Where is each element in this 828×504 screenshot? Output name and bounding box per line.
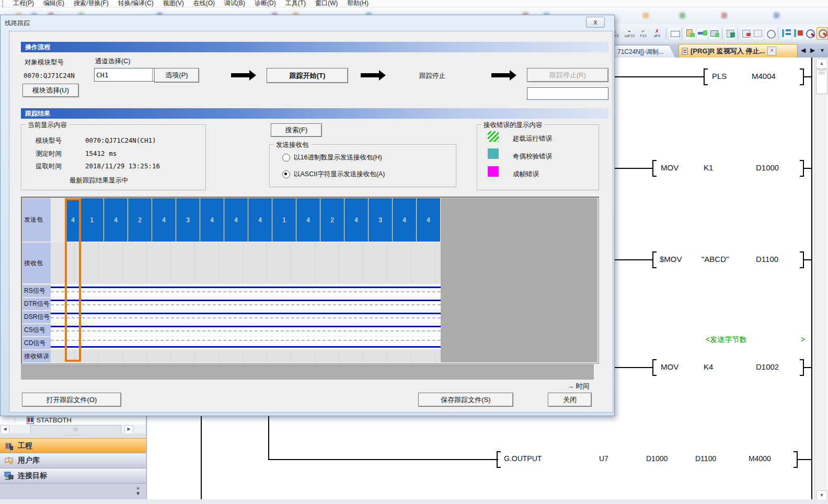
send-cell[interactable]: 3 — [369, 198, 393, 242]
toolbar-icon[interactable] — [816, 27, 828, 40]
navigation-pane: ┊···· STATBOTH ◀ ||| ▶ ········· 工程 用户库 … — [0, 416, 147, 499]
send-cell[interactable]: 4 — [152, 198, 176, 242]
send-cell[interactable]: 4 — [200, 198, 224, 242]
toolbar-icon[interactable] — [697, 28, 707, 39]
save-trace-file-button[interactable]: 保存跟踪文件(S) — [418, 393, 513, 407]
tab-list-icon[interactable]: ▾ — [821, 47, 824, 54]
ladder-op[interactable]: MOV — [661, 163, 678, 172]
send-cell[interactable]: 4 — [393, 198, 417, 242]
ladder-arg[interactable]: M4004 — [752, 72, 776, 81]
menu-convert-compile[interactable]: 转换/编译(C) — [113, 0, 158, 7]
ladder-arg[interactable]: "ABCD" — [702, 255, 729, 264]
menu-tools[interactable]: 工具(T) — [281, 0, 310, 7]
radio-hex-display[interactable]: 以16进制数显示发送接收包(H) — [282, 153, 382, 162]
ladder-op[interactable]: PLS — [712, 72, 727, 81]
ladder-arg[interactable]: M4000 — [749, 454, 771, 463]
channel-select[interactable]: CH1 ▼ — [94, 68, 163, 82]
tab-close-icon[interactable]: × — [767, 47, 776, 55]
trace-grid[interactable]: 发送包 4 1 4 2 4 3 4 4 4 1 4 2 4 3 — [21, 197, 599, 364]
dialog-close-button[interactable]: 关闭 — [548, 393, 592, 407]
tab-scroll-left-icon[interactable]: ◀ — [801, 47, 806, 54]
toolbar-grip-icon — [2, 1, 6, 7]
toolbar-icon[interactable] — [685, 28, 695, 39]
menu-help[interactable]: 帮助(H) — [342, 0, 373, 7]
module-select-button[interactable]: 模块选择(U) — [22, 84, 79, 97]
toolbar-icon[interactable] — [781, 28, 791, 39]
send-cell[interactable]: 2 — [320, 198, 344, 242]
search-button[interactable]: 搜索(F) — [271, 123, 322, 137]
ladder-arg[interactable]: D1100 — [756, 255, 778, 264]
menu-edit[interactable]: 编辑(E) — [39, 0, 69, 7]
trace-grid-scroll-area[interactable] — [21, 364, 594, 380]
open-trace-file-button[interactable]: 打开跟踪文件(O) — [22, 393, 121, 407]
ladder-arg[interactable]: D1002 — [756, 362, 779, 371]
vertical-scrollbar[interactable]: ▲ ▼ — [814, 58, 827, 504]
toolbar-icon[interactable] — [669, 28, 680, 39]
menu-online[interactable]: 在线(O) — [189, 0, 220, 7]
menu-view[interactable]: 视图(V) — [158, 0, 189, 7]
tab-scroll-right-icon[interactable]: ▶ — [810, 47, 815, 54]
sidebar-more-icon[interactable]: »▾ — [136, 485, 140, 496]
toolbar-icon[interactable] — [753, 28, 763, 39]
toolbar-icon[interactable] — [725, 28, 735, 39]
ladder-arg[interactable]: D1000 — [646, 454, 668, 463]
close-icon[interactable]: X — [586, 17, 605, 28]
options-button[interactable]: 选项(P) — [154, 68, 199, 83]
instruction-bracket — [800, 160, 804, 177]
send-cell[interactable]: 3 — [176, 198, 200, 242]
ladder-arg[interactable]: U7 — [599, 454, 608, 463]
ladder-op[interactable]: G.OUTPUT — [504, 454, 542, 463]
toolbar-icon[interactable]: ✗aF9 — [651, 26, 663, 41]
send-packet-cells[interactable]: 4 1 4 2 4 3 4 4 4 1 4 2 4 3 4 4 — [66, 198, 441, 242]
stop-result-field[interactable] — [527, 87, 608, 100]
ladder-arg[interactable]: D1000 — [756, 163, 779, 172]
send-cell[interactable]: 4 — [104, 198, 128, 242]
send-cell[interactable]: 2 — [128, 198, 152, 242]
menu-debug[interactable]: 调试(B) — [220, 0, 250, 7]
menu-window[interactable]: 窗口(W) — [310, 0, 342, 7]
send-cell[interactable]: 4 — [296, 198, 320, 242]
dialog-title-bar[interactable]: 线路跟踪 X — [1, 15, 614, 31]
send-cell[interactable]: 4 — [248, 198, 272, 242]
toolbar-icon[interactable]: ⌐F10 — [637, 26, 649, 41]
toolbar-icon[interactable] — [765, 28, 775, 39]
extract-time-label: 提取时间 — [36, 162, 62, 171]
toolbar-icon[interactable] — [804, 28, 815, 39]
radio-ascii-display[interactable]: 以ASCII字符显示发送接收包(A) — [282, 170, 385, 179]
receive-packet-cells[interactable] — [51, 243, 441, 283]
toolbar-icon[interactable]: ⌁caF10 — [623, 26, 635, 41]
ladder-arg[interactable]: K1 — [704, 163, 713, 172]
ladder-arg[interactable]: D1100 — [695, 454, 716, 463]
menu-diagnostics[interactable]: 诊断(D) — [250, 0, 281, 7]
scrollbar-thumb[interactable] — [816, 69, 827, 94]
radio-label: 以ASCII字符显示发送接收包(A) — [294, 170, 385, 179]
ladder-op[interactable]: $MOV — [660, 255, 682, 264]
scroll-up-icon[interactable]: ▲ — [816, 59, 827, 69]
scroll-left-icon[interactable]: ◀ — [1, 425, 9, 434]
trace-stop-button[interactable]: 跟踪停止(R) — [527, 68, 608, 82]
pane-splitter[interactable]: ········· — [0, 433, 146, 438]
scroll-right-icon[interactable]: ▶ — [124, 425, 133, 434]
send-cell[interactable]: 4 — [417, 198, 441, 242]
send-cell[interactable]: 1 — [80, 198, 104, 242]
tab-qj71c24n[interactable]: 71C24N[]-调制... — [614, 45, 675, 58]
ladder-op[interactable]: MOV — [661, 362, 678, 371]
sidebar-item-connection[interactable]: 连接目标 — [0, 468, 146, 484]
menu-project[interactable]: 工程(P) — [8, 0, 39, 7]
toolbar-icon[interactable] — [793, 28, 803, 39]
toolbar-separator — [722, 28, 722, 39]
sidebar-item-project[interactable]: 工程 — [0, 438, 146, 453]
tree-horizontal-scrollbar[interactable]: ◀ ||| ▶ — [0, 425, 146, 433]
ladder-arg[interactable]: K4 — [704, 362, 713, 371]
send-cell[interactable]: 4 — [344, 198, 369, 242]
toolbar-icon[interactable] — [709, 28, 719, 39]
tab-prg-monitor[interactable]: [PRG]R 监视写入 停止... × — [678, 44, 798, 58]
toolbar-icon[interactable] — [741, 28, 751, 39]
trace-cursor[interactable] — [65, 198, 81, 362]
send-cell[interactable]: 4 — [224, 198, 248, 242]
menu-search-replace[interactable]: 搜索/替换(F) — [69, 0, 113, 7]
trace-start-button[interactable]: 跟踪开始(T) — [267, 68, 348, 83]
send-cell[interactable]: 1 — [272, 198, 296, 242]
tree-item-statboth[interactable]: ┊···· STATBOTH — [0, 416, 146, 425]
sidebar-item-user-library[interactable]: 用户库 — [0, 453, 146, 468]
